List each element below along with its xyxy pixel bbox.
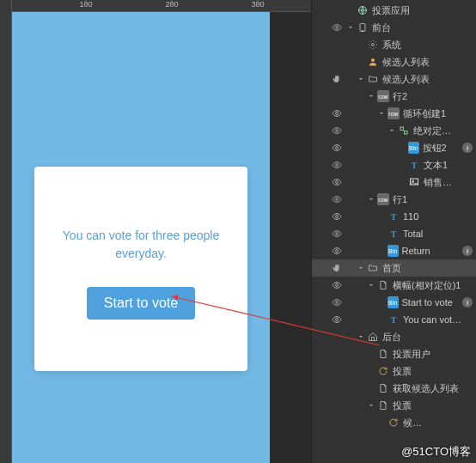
- info-icon[interactable]: i: [462, 143, 473, 153]
- layer-row[interactable]: 横幅(相对定位)1: [312, 277, 476, 294]
- layer-label: 候选人列表: [382, 73, 476, 86]
- visibility-eye-icon[interactable]: [331, 21, 343, 34]
- caret-down-icon[interactable]: [367, 92, 375, 101]
- layer-row[interactable]: 候选人列表: [312, 53, 476, 70]
- visibility-eye-icon[interactable]: [331, 210, 343, 222]
- caret-down-icon[interactable]: [367, 281, 375, 289]
- layer-label: 行2: [393, 90, 476, 103]
- btn-icon: Btn: [388, 296, 399, 308]
- folder-icon: [367, 262, 379, 274]
- home-icon: [367, 331, 379, 343]
- visibility-eye-icon[interactable]: [331, 279, 343, 291]
- ruler-tick: [258, 0, 259, 5]
- layer-row[interactable]: 获取候选人列表: [312, 380, 476, 397]
- layer-row[interactable]: 候…: [312, 414, 476, 431]
- layers-panel[interactable]: 投票应用前台系统候选人列表候选人列表row行2row循环创建1绝对定…Btn按钮…: [311, 0, 476, 463]
- svg-point-8: [336, 130, 339, 132]
- layer-row[interactable]: 首页: [312, 259, 476, 277]
- doc-icon: [377, 399, 389, 411]
- layer-row[interactable]: 投票用户: [312, 345, 476, 362]
- layer-row[interactable]: 销售…: [312, 174, 476, 191]
- svg-point-18: [336, 233, 339, 235]
- layer-row[interactable]: 投票: [312, 362, 476, 380]
- svg-point-5: [372, 44, 375, 46]
- layer-row[interactable]: 投票: [312, 397, 476, 414]
- layer-row[interactable]: 绝对定…: [312, 122, 476, 139]
- caret-down-icon[interactable]: [367, 195, 375, 204]
- caret-down-icon[interactable]: [357, 332, 365, 341]
- layer-label: 获取候选人列表: [393, 382, 476, 395]
- device-icon: [357, 21, 369, 34]
- visibility-eye-icon[interactable]: [331, 159, 343, 171]
- caret-down-icon[interactable]: [388, 126, 396, 135]
- layer-row[interactable]: 前台: [312, 19, 476, 36]
- visibility-eye-icon[interactable]: [331, 193, 343, 205]
- refresh-icon: [388, 417, 400, 429]
- layer-row[interactable]: 系统: [312, 36, 476, 53]
- visibility-eye-icon[interactable]: [331, 228, 343, 240]
- layer-row[interactable]: TYou can vot…: [312, 311, 476, 328]
- layer-label: 候…: [403, 417, 476, 429]
- layer-row[interactable]: 投票应用: [312, 2, 476, 19]
- txt-icon: T: [408, 159, 420, 171]
- layer-row[interactable]: 候选人列表: [312, 70, 476, 88]
- caret-down-icon[interactable]: [367, 401, 375, 410]
- card-line1: You can vote for three people: [63, 228, 219, 242]
- layer-label: 投票用户: [393, 348, 476, 361]
- layer-row[interactable]: Btn按钮2i: [312, 139, 476, 156]
- hand-icon[interactable]: [331, 262, 343, 274]
- vote-card: You can vote for three people everyday. …: [34, 167, 247, 371]
- layer-row[interactable]: BtnStart to votei: [312, 294, 476, 311]
- doc-icon: [377, 348, 389, 360]
- start-to-vote-button[interactable]: Start to vote: [87, 287, 195, 320]
- doc-icon: [377, 382, 389, 394]
- device-preview[interactable]: You can vote for three people everyday. …: [12, 12, 270, 463]
- loop-icon: row: [377, 90, 389, 102]
- visibility-eye-icon[interactable]: [331, 142, 343, 154]
- layer-label: 横幅(相对定位)1: [393, 279, 476, 292]
- svg-point-11: [336, 147, 339, 149]
- watermark: @51CTO博客: [401, 444, 471, 460]
- visibility-eye-icon[interactable]: [331, 296, 343, 308]
- info-icon[interactable]: i: [462, 297, 473, 308]
- layer-row[interactable]: row循环创建1: [312, 105, 476, 122]
- glob-icon: [357, 4, 369, 16]
- refresh-icon: [377, 365, 389, 377]
- caret-down-icon[interactable]: [357, 75, 365, 83]
- layer-row[interactable]: row行2: [312, 88, 476, 105]
- svg-point-22: [336, 319, 339, 321]
- svg-point-13: [336, 181, 339, 184]
- svg-point-6: [371, 58, 375, 62]
- txt-icon: T: [388, 210, 400, 222]
- caret-down-icon[interactable]: [346, 23, 355, 32]
- layer-label: 110: [403, 211, 476, 222]
- info-icon[interactable]: i: [462, 246, 473, 256]
- img-icon: [408, 176, 420, 188]
- layer-row[interactable]: BtnReturni: [312, 242, 476, 259]
- layer-label: Total: [403, 228, 476, 239]
- visibility-eye-icon[interactable]: [331, 176, 343, 188]
- layer-label: 候选人列表: [382, 56, 476, 69]
- caret-down-icon[interactable]: [357, 264, 365, 272]
- layer-tree[interactable]: 投票应用前台系统候选人列表候选人列表row行2row循环创建1绝对定…Btn按钮…: [312, 0, 476, 431]
- layer-label: 文本1: [424, 159, 476, 172]
- svg-point-12: [336, 164, 339, 167]
- visibility-eye-icon[interactable]: [331, 125, 343, 137]
- ruler-tick: [172, 0, 173, 5]
- btn-icon: Btn: [388, 245, 399, 257]
- svg-rect-9: [400, 127, 404, 131]
- folder-icon: [367, 73, 379, 85]
- hand-icon[interactable]: [331, 73, 343, 85]
- vote-card-text: You can vote for three people everyday.: [50, 227, 232, 263]
- layer-row[interactable]: T110: [312, 208, 476, 225]
- layer-row[interactable]: T文本1: [312, 156, 476, 174]
- caret-down-icon[interactable]: [377, 109, 386, 118]
- layer-row[interactable]: row行1: [312, 191, 476, 208]
- visibility-eye-icon[interactable]: [331, 245, 343, 257]
- svg-point-19: [336, 250, 339, 253]
- visibility-eye-icon[interactable]: [331, 107, 343, 119]
- layer-row[interactable]: 后台: [312, 328, 476, 345]
- visibility-eye-icon[interactable]: [331, 314, 343, 326]
- layer-row[interactable]: TTotal: [312, 225, 476, 242]
- user-icon: [367, 56, 379, 68]
